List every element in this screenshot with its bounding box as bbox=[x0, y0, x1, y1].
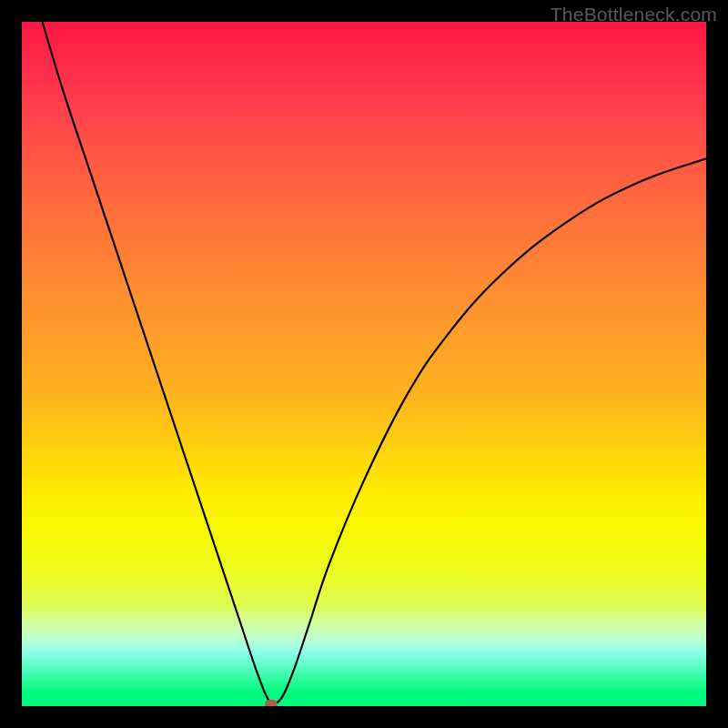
chart-marker bbox=[265, 700, 278, 706]
chart-curve-svg bbox=[22, 22, 706, 706]
bottleneck-curve bbox=[43, 22, 706, 705]
watermark-text: TheBottleneck.com bbox=[551, 4, 717, 25]
chart-plot-area bbox=[22, 22, 706, 706]
